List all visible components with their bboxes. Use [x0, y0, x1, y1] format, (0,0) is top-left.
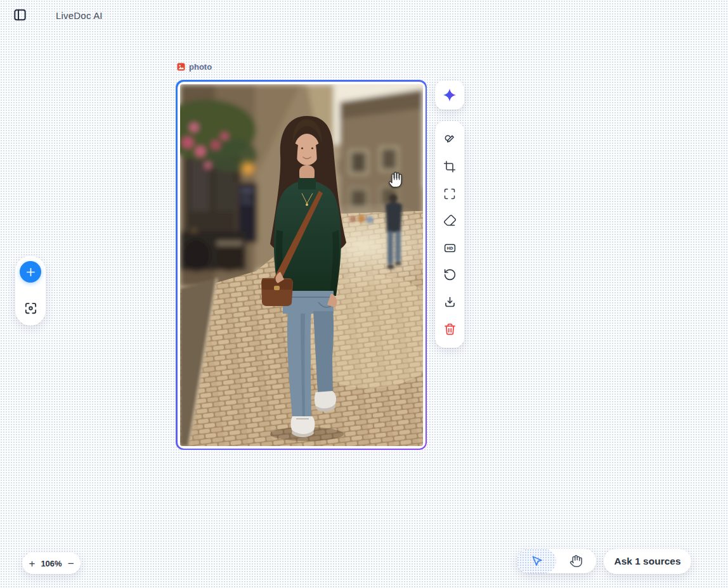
add-button[interactable]: [20, 261, 41, 283]
delete-button[interactable]: [439, 318, 460, 340]
trash-icon: [443, 323, 457, 336]
ask-sources-button[interactable]: Ask 1 sources: [604, 549, 691, 574]
focus-scan-icon: [23, 301, 38, 316]
select-area-button[interactable]: [439, 183, 460, 205]
zoom-out-button[interactable]: −: [68, 558, 74, 569]
eraser-button[interactable]: [439, 210, 460, 232]
magic-pen-icon: [443, 133, 457, 146]
sparkle-icon: [441, 87, 458, 103]
hand-tool-button[interactable]: [556, 549, 595, 573]
cursor-icon: [530, 554, 543, 568]
livedoc-canvas-app: { "app": { "title": "LiveDoc AI" }, "hea…: [0, 0, 728, 588]
hd-quality-button[interactable]: HD: [439, 237, 460, 259]
pointer-hand-toggle: [517, 549, 596, 573]
ai-assistant-button[interactable]: [435, 80, 464, 110]
plus-icon: [25, 267, 36, 278]
selected-image-inner: [178, 82, 426, 449]
hd-icon: HD: [443, 241, 457, 255]
image-tool-panel: HD: [435, 121, 464, 348]
selected-item-label: photo: [177, 62, 212, 72]
sidebar-toggle-button[interactable]: [11, 8, 28, 24]
download-button[interactable]: [439, 291, 460, 313]
magic-pen-button[interactable]: [439, 129, 460, 151]
hand-icon: [569, 554, 583, 568]
zoom-level: 106%: [41, 559, 62, 568]
corner-brackets-icon: [443, 188, 456, 200]
selected-item-label-text: photo: [189, 62, 212, 72]
left-toolbar: [15, 256, 46, 326]
pointer-tool-button[interactable]: [517, 549, 556, 573]
download-icon: [443, 295, 457, 309]
zoom-control: + 106% −: [22, 553, 81, 574]
canvas-photo[interactable]: [180, 84, 423, 446]
capture-button[interactable]: [22, 299, 39, 317]
rotate-ccw-icon: [443, 268, 457, 281]
selected-image-frame[interactable]: [176, 80, 427, 450]
svg-text:HD: HD: [446, 246, 453, 250]
crop-icon: [443, 160, 456, 173]
app-title: LiveDoc AI: [56, 10, 103, 21]
rotate-button[interactable]: [439, 264, 460, 286]
panel-left-icon: [13, 8, 27, 25]
ask-sources-label: Ask 1 sources: [614, 556, 680, 567]
image-icon: [177, 63, 185, 71]
crop-button[interactable]: [439, 156, 460, 177]
eraser-icon: [443, 214, 457, 227]
zoom-in-button[interactable]: +: [29, 558, 35, 569]
